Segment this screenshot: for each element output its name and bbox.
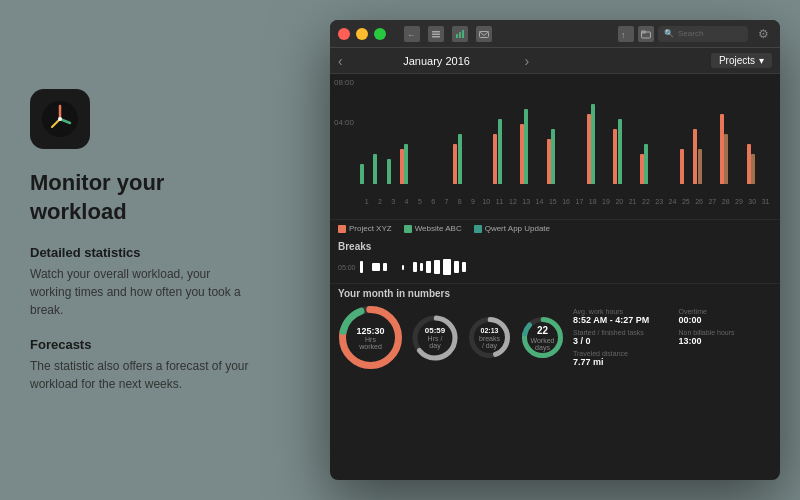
mac-window: ← (330, 20, 780, 480)
bar-group (387, 159, 399, 184)
legend-color-3 (474, 225, 482, 233)
bar-chart (360, 78, 772, 198)
dropdown-icon: ▾ (759, 55, 764, 66)
bar-salmon (613, 129, 617, 184)
bar-group (547, 129, 559, 184)
bar-salmon (680, 149, 684, 184)
bar-green (498, 119, 502, 184)
prev-month-button[interactable]: ‹ (338, 53, 343, 69)
x-label: 21 (626, 198, 639, 205)
section1-text: Watch your overall workload, your workin… (30, 265, 250, 319)
section1-title: Detailed statistics (30, 245, 250, 260)
projects-button[interactable]: Projects ▾ (711, 53, 772, 68)
x-label: 14 (533, 198, 546, 205)
break-bar (434, 260, 440, 274)
x-label: 18 (586, 198, 599, 205)
x-label: 16 (559, 198, 572, 205)
bar-green (404, 144, 408, 184)
x-label: 15 (546, 198, 559, 205)
hrs-day-label: Hrs / day (423, 335, 447, 349)
section2-title: Forecasts (30, 337, 250, 352)
breaks-day-donut: 02:13 breaks / day (467, 315, 512, 360)
billable-stat: Non billable hours 13:00 (679, 329, 773, 346)
legend-color-2 (404, 225, 412, 233)
maximize-button[interactable] (374, 28, 386, 40)
worked-days-label: Worked days (531, 337, 555, 351)
projects-label: Projects (719, 55, 755, 66)
break-bar (462, 262, 466, 272)
minimize-button[interactable] (356, 28, 368, 40)
bar-green (524, 109, 528, 184)
x-label: 3 (387, 198, 400, 205)
distance-label: Traveled distance (573, 350, 667, 357)
left-panel: Monitor your workload Detailed statistic… (0, 49, 280, 450)
section2-text: The statistic also offers a forecast of … (30, 357, 250, 393)
breaks-chart (360, 255, 466, 279)
tasks-value: 3 / 0 (573, 336, 667, 346)
x-label: 5 (413, 198, 426, 205)
break-bar (402, 265, 404, 270)
bar-green (551, 129, 555, 184)
bar-salmon (693, 129, 697, 184)
mail-icon[interactable] (476, 26, 492, 42)
numbers-content: 125:30 Hrs worked 05:59 Hrs / day (338, 305, 772, 370)
x-label: 10 (480, 198, 493, 205)
x-label: 1 (360, 198, 373, 205)
back-icon[interactable]: ← (404, 26, 420, 42)
bar-group (360, 164, 372, 184)
bar-salmon (520, 124, 524, 184)
bar-group (373, 154, 385, 184)
svg-text:←: ← (407, 30, 416, 39)
stats-grid: Avg. work hours 8:52 AM - 4:27 PM Overti… (573, 308, 772, 367)
breaks-header: Breaks (338, 241, 772, 252)
svg-rect-11 (462, 30, 464, 38)
x-labels: 1234567891011121314151617181920212223242… (360, 198, 772, 205)
bar-salmon (493, 134, 497, 184)
numbers-header: Your month in numbers (338, 288, 772, 299)
bar-green (644, 144, 648, 184)
x-label: 20 (613, 198, 626, 205)
svg-text:↑: ↑ (621, 30, 626, 39)
x-label: 4 (400, 198, 413, 205)
bar-group (453, 134, 465, 184)
folder-icon[interactable] (638, 26, 654, 42)
app-icon (30, 89, 90, 149)
distance-stat: Traveled distance 7.77 mi (573, 350, 667, 367)
break-bar (454, 261, 459, 273)
avg-stat: Avg. work hours 8:52 AM - 4:27 PM (573, 308, 667, 325)
x-label: 2 (373, 198, 386, 205)
breaks-day-label: breaks / day (478, 335, 501, 349)
break-bar (372, 263, 380, 271)
list-icon[interactable] (428, 26, 444, 42)
bar-green (360, 164, 364, 184)
gear-icon[interactable]: ⚙ (758, 27, 772, 41)
bar-group (400, 144, 412, 184)
distance-value: 7.77 mi (573, 357, 667, 367)
hrs-day-value: 05:59 (423, 326, 447, 336)
x-label: 22 (639, 198, 652, 205)
billable-label: Non billable hours (679, 329, 773, 336)
bar-group (493, 119, 505, 184)
bar-salmon (453, 144, 457, 184)
x-label: 25 (679, 198, 692, 205)
breaks-day-value: 02:13 (478, 326, 501, 334)
legend-label-3: Qwert App Update (485, 224, 550, 233)
bar-group (640, 144, 652, 184)
svg-point-4 (58, 117, 62, 121)
break-bar (420, 263, 423, 271)
next-month-button[interactable]: › (524, 53, 529, 69)
legend-item-1: Project XYZ (338, 224, 392, 233)
bar-group (693, 129, 705, 184)
search-box[interactable]: 🔍 Search (658, 26, 748, 42)
break-bar (413, 262, 417, 272)
close-button[interactable] (338, 28, 350, 40)
x-label: 17 (573, 198, 586, 205)
chart-icon[interactable] (452, 26, 468, 42)
x-label: 7 (440, 198, 453, 205)
upload-icon[interactable]: ↑ (618, 26, 634, 42)
bar-salmon (640, 154, 644, 184)
bar-green (458, 134, 462, 184)
x-label: 11 (493, 198, 506, 205)
break-bar (426, 261, 431, 273)
chart-legend: Project XYZ Website ABC Qwert App Update (330, 219, 780, 237)
